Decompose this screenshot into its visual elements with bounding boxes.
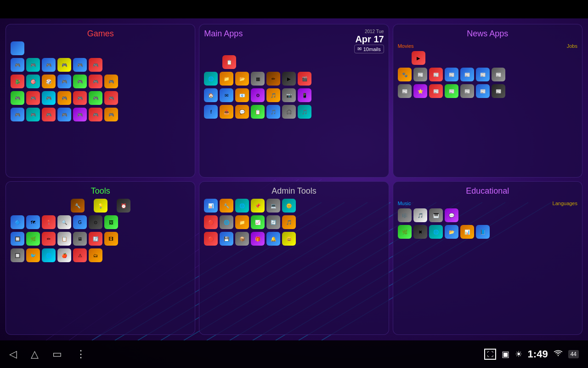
app-icon[interactable]: ⭐ <box>413 84 427 98</box>
app-icon[interactable]: ⏰ <box>117 199 130 213</box>
app-icon[interactable]: 📥 <box>220 105 233 119</box>
app-icon[interactable]: 🎮 <box>42 108 56 121</box>
app-icon[interactable]: 🌐 <box>235 199 249 213</box>
recents-button[interactable]: ▭ <box>52 348 62 360</box>
app-icon[interactable]: 💬 <box>445 208 458 222</box>
app-icon[interactable]: 🔄 <box>266 215 280 229</box>
app-icon[interactable]: 🎮 <box>11 91 24 105</box>
app-icon[interactable]: 📰 <box>476 84 490 98</box>
app-icon[interactable]: 🎮 <box>57 108 71 121</box>
app-icon[interactable]: ▦ <box>251 72 265 86</box>
back-button[interactable]: ◁ <box>9 348 17 360</box>
app-icon[interactable]: 🎯 <box>26 75 40 88</box>
app-icon[interactable]: 🔄 <box>89 232 102 246</box>
app-icon[interactable]: 💾 <box>220 232 233 246</box>
app-icon[interactable]: 🌐 <box>429 225 443 239</box>
app-icon[interactable]: 🔴 <box>204 215 218 229</box>
app-icon[interactable]: 🎮 <box>26 58 40 72</box>
app-icon[interactable]: 📊 <box>460 225 474 239</box>
app-icon[interactable]: 🌐 <box>204 72 218 86</box>
app-icon[interactable]: 🖥 <box>73 232 87 246</box>
app-icon[interactable]: ⊙ <box>89 215 102 229</box>
app-icon[interactable]: 🎲 <box>42 75 56 88</box>
app-icon[interactable]: ✖ <box>413 225 427 239</box>
app-icon[interactable]: 🎵 <box>266 88 280 102</box>
app-icon[interactable]: ✉ <box>220 88 233 102</box>
app-icon[interactable]: 📷 <box>282 88 296 102</box>
app-icon[interactable]: 🎮 <box>11 58 24 72</box>
app-icon[interactable]: 📰 <box>445 84 458 98</box>
app-icon[interactable]: 🎮 <box>42 91 56 105</box>
app-icon[interactable]: 💡 <box>94 199 107 213</box>
app-icon[interactable]: 🌐 <box>220 215 233 229</box>
app-icon[interactable]: 🎼 <box>398 208 412 222</box>
app-icon[interactable]: f <box>204 105 218 119</box>
app-icon[interactable]: 💬 <box>235 105 249 119</box>
app-icon[interactable]: 🔧 <box>71 199 85 213</box>
app-icon[interactable]: 📧 <box>235 88 249 102</box>
app-icon[interactable]: 🎮 <box>57 75 71 88</box>
app-icon[interactable]: 🍎 <box>57 248 71 262</box>
app-icon[interactable]: 🎵 <box>282 215 296 229</box>
app-icon[interactable]: 🌿 <box>398 225 412 239</box>
app-icon[interactable]: 🎮 <box>89 91 102 105</box>
app-icon[interactable]: 📂 <box>445 225 458 239</box>
app-icon[interactable]: ⚙ <box>251 88 265 102</box>
app-icon[interactable]: 🐾 <box>398 68 412 81</box>
app-icon[interactable]: 📋 <box>222 55 236 69</box>
app-icon[interactable]: 📰 <box>429 68 443 81</box>
app-icon[interactable]: 😄 <box>282 232 296 246</box>
app-icon[interactable]: 😊 <box>282 199 296 213</box>
app-icon[interactable]: 🎮 <box>42 58 56 72</box>
app-icon[interactable]: 📱 <box>298 88 311 102</box>
app-icon[interactable]: 🎵 <box>298 105 311 119</box>
app-icon[interactable]: 🎮 <box>73 75 87 88</box>
app-icon[interactable]: 🎮 <box>73 58 87 72</box>
app-icon[interactable]: 📊 <box>204 199 218 213</box>
app-icon[interactable]: 📰 <box>460 84 474 98</box>
app-icon[interactable]: 🎮 <box>26 91 40 105</box>
app-icon[interactable]: 🎮 <box>26 108 40 121</box>
app-icon[interactable]: 💻 <box>266 199 280 213</box>
app-icon[interactable]: 📂 <box>235 72 249 86</box>
app-icon[interactable]: 🎮 <box>73 108 87 121</box>
app-icon[interactable]: 🔲 <box>11 248 24 262</box>
app-icon[interactable]: 📌 <box>251 199 265 213</box>
app-icon[interactable]: 🐉 <box>11 75 24 88</box>
app-icon[interactable]: 🗺 <box>26 215 40 229</box>
app-icon[interactable]: 📦 <box>235 232 249 246</box>
app-icon[interactable]: 🏠 <box>204 88 218 102</box>
app-icon[interactable]: 🎮 <box>57 91 71 105</box>
app-icon[interactable]: ✏ <box>266 72 280 86</box>
app-icon[interactable]: 🎮 <box>57 58 71 72</box>
app-icon[interactable]: 🎮 <box>89 58 102 72</box>
app-icon[interactable] <box>11 41 24 55</box>
app-icon[interactable]: 🎞 <box>104 232 118 246</box>
app-icon[interactable]: 🌐 <box>42 248 56 262</box>
app-icon[interactable]: 📋 <box>251 105 265 119</box>
app-icon[interactable]: 📁 <box>235 215 249 229</box>
app-icon[interactable]: 🎬 <box>298 72 311 86</box>
app-icon[interactable]: 📍 <box>42 215 56 229</box>
app-icon[interactable]: 🖼 <box>104 215 118 229</box>
app-icon[interactable]: 📈 <box>251 215 265 229</box>
app-icon[interactable]: 📰 <box>429 84 443 98</box>
app-icon[interactable]: 🌿 <box>26 232 40 246</box>
menu-button[interactable]: ⋮ <box>76 348 86 360</box>
app-icon[interactable]: 🔴 <box>204 232 218 246</box>
app-icon[interactable]: 📰 <box>460 68 474 81</box>
app-icon[interactable]: 📰 <box>492 84 505 98</box>
app-icon[interactable]: 📰 <box>413 68 427 81</box>
app-icon[interactable]: 🗂 <box>89 248 102 262</box>
app-icon[interactable]: G <box>73 215 87 229</box>
app-icon[interactable]: 🐦 <box>26 248 40 262</box>
app-icon[interactable]: 🎧 <box>282 105 296 119</box>
fullscreen-button[interactable]: ⛶ <box>484 349 496 360</box>
app-icon[interactable]: 📁 <box>220 72 233 86</box>
app-icon[interactable]: 🎮 <box>11 108 24 121</box>
app-icon[interactable]: 🎵 <box>413 208 427 222</box>
app-icon[interactable]: 🎮 <box>104 91 118 105</box>
app-icon[interactable]: 📰 <box>476 68 490 81</box>
app-icon[interactable]: ⚠ <box>73 248 87 262</box>
app-icon[interactable]: 🎵 <box>266 105 280 119</box>
